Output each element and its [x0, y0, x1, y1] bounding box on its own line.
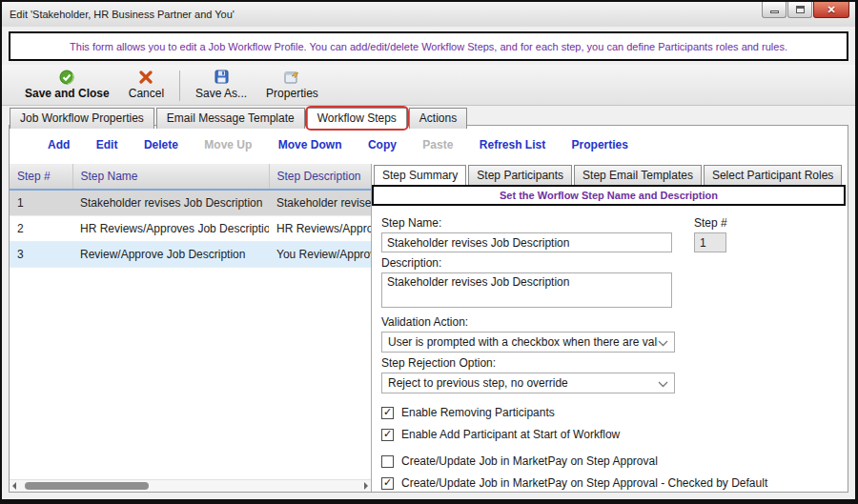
column-header-step[interactable]: Step # [10, 164, 72, 190]
column-header-step-description[interactable]: Step Description [269, 164, 372, 190]
validation-action-value: User is prompted with a checkbox when th… [388, 335, 658, 349]
table-cell: 3 [10, 241, 72, 267]
checkbox-row-create-update-job-in-marketpay-on-step-approval[interactable]: ✓Create/Update Job in MarketPay on Step … [381, 454, 836, 468]
info-banner: This form allows you to edit a Job Workf… [9, 31, 848, 61]
tab-actions[interactable]: Actions [409, 108, 467, 129]
tab-job-workflow-properties[interactable]: Job Workflow Properties [10, 108, 154, 129]
tab-step-email-templates[interactable]: Step Email Templates [574, 165, 702, 185]
table-cell: 1 [10, 190, 72, 215]
validation-action-select[interactable]: User is prompted with a checkbox when th… [381, 332, 675, 353]
save-and-close-button[interactable]: Save and Close [15, 68, 119, 101]
step-detail-tab-strip: Step SummaryStep ParticipantsStep Email … [372, 164, 848, 185]
table-cell: HR Reviews/Approves Job Description [72, 215, 269, 241]
table-row-step-3[interactable]: 3Review/Approve Job DescriptionYou Revie… [10, 241, 372, 267]
step-number-label: Step # [694, 216, 727, 230]
step-option-checkboxes: ✓Enable Removing Participants✓Enable Add… [381, 406, 836, 490]
save-as-floppy-icon [214, 69, 229, 85]
minimize-icon [770, 10, 779, 13]
tab-step-summary[interactable]: Step Summary [374, 165, 466, 185]
properties-icon [284, 69, 299, 85]
main-tab-strip: Job Workflow PropertiesEmail Message Tem… [2, 106, 855, 129]
step-rejection-label: Step Rejection Option: [381, 356, 836, 370]
table-cell: 2 [10, 215, 72, 241]
action-link-refresh-list[interactable]: Refresh List [480, 138, 545, 151]
table-row-step-2[interactable]: 2HR Reviews/Approves Job DescriptionHR R… [10, 215, 372, 241]
close-icon: ✕ [827, 5, 835, 15]
checked-checkbox-icon[interactable]: ✓ [381, 429, 394, 441]
tab-step-participants[interactable]: Step Participants [468, 165, 572, 185]
unchecked-checkbox-icon[interactable]: ✓ [381, 455, 394, 468]
action-link-move-up: Move Up [204, 138, 252, 151]
checkbox-row-enable-add-participant-at-start-of-workflow[interactable]: ✓Enable Add Participant at Start of Work… [381, 428, 836, 441]
description-textarea[interactable]: Stakeholder revises Job Description [381, 272, 672, 308]
checkbox-label: Create/Update Job in MarketPay on Step A… [401, 476, 767, 490]
chevron-down-icon [658, 333, 668, 351]
action-link-properties[interactable]: Properties [572, 138, 628, 151]
steps-table-panel: Step #Step NameStep Description 1Stakeho… [10, 164, 372, 492]
table-cell: Stakeholder revises Job Description [72, 190, 269, 215]
cancel-label: Cancel [129, 87, 164, 100]
checkbox-row-enable-removing-participants[interactable]: ✓Enable Removing Participants [381, 406, 836, 419]
action-link-move-down[interactable]: Move Down [278, 138, 342, 151]
title-bar: Edit 'Stakeholder, HR Business Partner a… [2, 2, 855, 27]
table-cell: Review/Approve Job Description [72, 241, 269, 267]
table-cell: You Review/Approve [269, 241, 372, 267]
step-detail-header-text: Set the Worflow Step Name and Descriptio… [500, 190, 718, 201]
minimize-button[interactable] [762, 2, 786, 18]
action-link-delete[interactable]: Delete [144, 138, 178, 151]
step-actions-row: AddEditDeleteMove UpMove DownCopyPasteRe… [10, 126, 848, 164]
save-and-close-label: Save and Close [25, 87, 110, 100]
panels: Step #Step NameStep Description 1Stakeho… [10, 164, 848, 492]
toolbar: Save and Close Cancel Save As... Propert… [2, 65, 855, 106]
checkbox-label: Enable Removing Participants [401, 406, 555, 419]
cancel-x-icon [139, 69, 153, 85]
checked-checkbox-icon[interactable]: ✓ [381, 477, 394, 490]
step-rejection-select[interactable]: Reject to previous step, no override [381, 373, 675, 393]
chevron-down-icon [658, 374, 668, 392]
table-row-step-1[interactable]: 1Stakeholder revises Job DescriptionStak… [10, 190, 372, 215]
scroll-right-icon[interactable] [364, 482, 368, 490]
action-link-paste: Paste [422, 138, 453, 151]
save-and-close-check-icon [59, 69, 74, 85]
checkbox-row-create-update-job-in-marketpay-on-step-approval-checked-by-default[interactable]: ✓Create/Update Job in MarketPay on Step … [381, 476, 836, 490]
window-controls: ✕ [762, 2, 849, 18]
checkbox-label: Create/Update Job in MarketPay on Step A… [401, 454, 658, 468]
step-detail-panel: Step SummaryStep ParticipantsStep Email … [372, 164, 848, 492]
table-cell: Stakeholder revises J [269, 190, 372, 215]
scrollbar-thumb[interactable] [25, 482, 149, 490]
properties-toolbar-label: Properties [266, 87, 318, 100]
horizontal-scrollbar[interactable] [10, 479, 371, 492]
step-name-label: Step Name: [381, 216, 683, 230]
checkbox-label: Enable Add Participant at Start of Workf… [401, 428, 620, 441]
step-detail-header: Set the Worflow Step Name and Descriptio… [372, 185, 846, 206]
maximize-button[interactable] [787, 2, 812, 18]
checked-checkbox-icon[interactable]: ✓ [381, 407, 394, 419]
tab-select-participant-roles[interactable]: Select Participant Roles [704, 165, 842, 185]
steps-table: Step #Step NameStep Description 1Stakeho… [10, 164, 372, 268]
close-button[interactable]: ✕ [813, 2, 849, 18]
action-link-copy[interactable]: Copy [368, 138, 397, 151]
edit-workflow-profile-window: Edit 'Stakeholder, HR Business Partner a… [0, 0, 858, 504]
properties-button[interactable]: Properties [256, 68, 328, 101]
steps-table-header-row: Step #Step NameStep Description [10, 164, 372, 190]
step-summary-form: Step Name: Step # Description: Stakehold… [372, 206, 848, 490]
description-label: Description: [381, 256, 836, 270]
cancel-button[interactable]: Cancel [119, 68, 174, 101]
action-link-add[interactable]: Add [48, 138, 70, 151]
save-as-label: Save As... [195, 87, 247, 100]
maximize-icon [796, 6, 805, 13]
validation-action-label: Validation Action: [381, 315, 836, 329]
column-header-step-name[interactable]: Step Name [72, 164, 269, 190]
workflow-steps-content: AddEditDeleteMove UpMove DownCopyPasteRe… [9, 125, 848, 493]
tab-email-message-template[interactable]: Email Message Template [156, 108, 305, 129]
window-title: Edit 'Stakeholder, HR Business Partner a… [10, 9, 235, 20]
step-number-input [694, 232, 726, 252]
scroll-left-icon[interactable] [12, 482, 16, 490]
action-link-edit[interactable]: Edit [96, 138, 118, 151]
info-banner-text: This form allows you to edit a Job Workf… [70, 41, 787, 52]
steps-table-body: 1Stakeholder revises Job DescriptionStak… [10, 190, 372, 267]
table-cell: HR Reviews/Approve [269, 215, 372, 241]
tab-workflow-steps[interactable]: Workflow Steps [307, 108, 407, 129]
step-name-input[interactable] [381, 232, 672, 252]
save-as-button[interactable]: Save As... [186, 68, 256, 101]
